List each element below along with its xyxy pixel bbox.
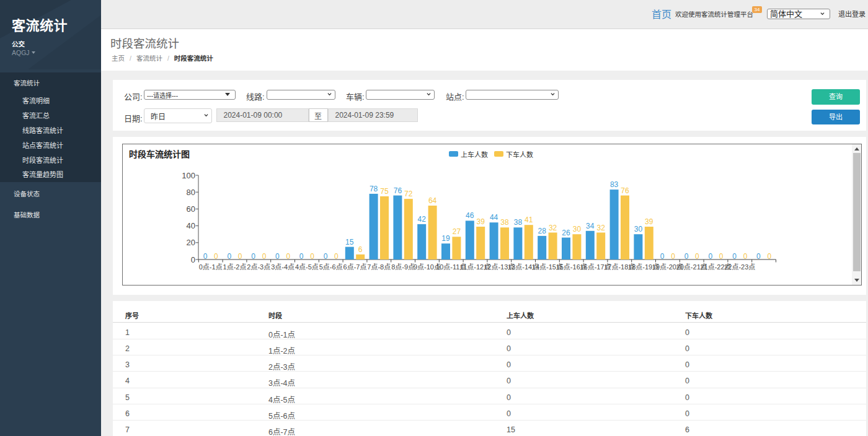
svg-text:32: 32 bbox=[549, 224, 557, 232]
svg-text:19: 19 bbox=[441, 234, 450, 243]
svg-text:44: 44 bbox=[490, 213, 498, 222]
svg-text:6: 6 bbox=[358, 245, 363, 254]
svg-text:26: 26 bbox=[562, 229, 570, 237]
svg-text:100: 100 bbox=[182, 171, 195, 180]
svg-text:0: 0 bbox=[324, 252, 328, 261]
svg-text:76: 76 bbox=[394, 186, 402, 195]
svg-text:0: 0 bbox=[660, 252, 665, 261]
svg-text:75: 75 bbox=[380, 187, 389, 196]
svg-text:0: 0 bbox=[275, 252, 280, 261]
svg-text:15: 15 bbox=[345, 238, 354, 246]
svg-text:80: 80 bbox=[187, 188, 195, 197]
svg-text:41: 41 bbox=[525, 216, 533, 224]
svg-text:0: 0 bbox=[708, 252, 712, 261]
svg-text:0点-1点: 0点-1点 bbox=[199, 263, 223, 271]
svg-text:39: 39 bbox=[477, 217, 485, 226]
svg-text:60: 60 bbox=[187, 204, 195, 214]
svg-text:0: 0 bbox=[203, 252, 208, 261]
svg-text:0: 0 bbox=[251, 252, 255, 261]
svg-text:78: 78 bbox=[370, 185, 378, 193]
svg-text:30: 30 bbox=[634, 225, 643, 233]
svg-text:2点-3点: 2点-3点 bbox=[247, 263, 270, 271]
svg-text:8点-9点: 8点-9点 bbox=[391, 263, 415, 271]
svg-text:0: 0 bbox=[756, 252, 761, 261]
svg-text:38: 38 bbox=[500, 218, 509, 227]
svg-text:0: 0 bbox=[732, 252, 737, 261]
svg-text:30: 30 bbox=[573, 225, 582, 233]
svg-text:20: 20 bbox=[187, 238, 195, 247]
svg-text:27: 27 bbox=[453, 227, 461, 236]
svg-text:7点-8点: 7点-8点 bbox=[367, 263, 391, 271]
svg-text:0: 0 bbox=[299, 252, 304, 261]
svg-text:3点-4点: 3点-4点 bbox=[271, 263, 294, 271]
svg-text:28: 28 bbox=[538, 227, 547, 235]
svg-text:0: 0 bbox=[684, 252, 689, 261]
svg-text:0: 0 bbox=[262, 252, 267, 261]
svg-text:38: 38 bbox=[514, 218, 523, 227]
svg-text:76: 76 bbox=[621, 186, 629, 195]
svg-text:42: 42 bbox=[418, 215, 427, 224]
svg-text:72: 72 bbox=[404, 190, 413, 198]
svg-text:0: 0 bbox=[191, 255, 195, 264]
svg-text:0: 0 bbox=[310, 252, 314, 261]
svg-text:0: 0 bbox=[238, 252, 242, 261]
svg-text:40: 40 bbox=[187, 221, 195, 230]
svg-text:0: 0 bbox=[334, 252, 339, 261]
svg-text:0: 0 bbox=[695, 252, 699, 261]
svg-text:64: 64 bbox=[428, 196, 437, 205]
svg-text:46: 46 bbox=[466, 211, 474, 220]
svg-text:39: 39 bbox=[645, 217, 653, 226]
svg-text:0: 0 bbox=[227, 252, 231, 261]
svg-text:6点-7点: 6点-7点 bbox=[343, 263, 367, 271]
svg-text:0: 0 bbox=[671, 252, 675, 261]
svg-text:1点-2点: 1点-2点 bbox=[223, 263, 247, 271]
svg-text:4点-5点: 4点-5点 bbox=[295, 263, 319, 271]
svg-text:0: 0 bbox=[286, 252, 290, 261]
svg-text:32: 32 bbox=[597, 224, 606, 232]
svg-text:83: 83 bbox=[610, 180, 619, 189]
svg-text:22点-23点: 22点-23点 bbox=[724, 263, 755, 271]
svg-text:34: 34 bbox=[586, 222, 595, 230]
svg-text:5点-6点: 5点-6点 bbox=[319, 263, 343, 271]
svg-text:0: 0 bbox=[214, 252, 218, 261]
svg-text:0: 0 bbox=[719, 252, 724, 261]
svg-text:0: 0 bbox=[767, 252, 771, 261]
svg-text:0: 0 bbox=[743, 252, 748, 261]
